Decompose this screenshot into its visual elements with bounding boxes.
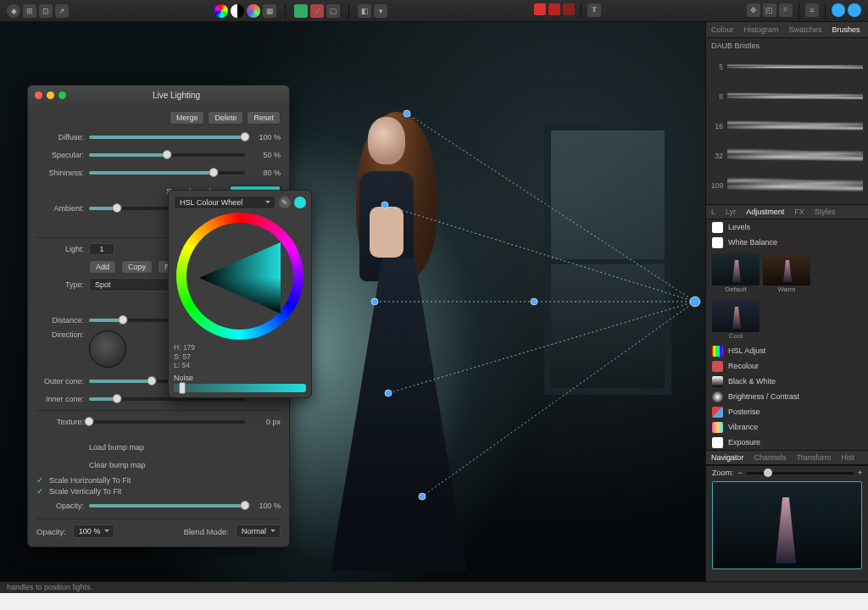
tab-layers[interactable]: Lyr: [721, 205, 741, 219]
tab-colour[interactable]: Colour: [706, 22, 739, 37]
adjustment-recolour[interactable]: Recolour: [706, 358, 868, 374]
brush-item[interactable]: 5: [711, 53, 863, 81]
swatch-red3-icon[interactable]: [563, 3, 575, 15]
zoom-label: Zoom:: [712, 469, 734, 477]
opacity-slider[interactable]: [89, 504, 245, 507]
wb-preset-default[interactable]: [712, 253, 760, 286]
line-tool-icon[interactable]: ⟋: [310, 4, 324, 18]
view-mode-icon[interactable]: ▾: [374, 4, 387, 18]
canvas-area[interactable]: Live Lighting Merge Delete Reset Diffuse…: [0, 22, 705, 581]
brush-category[interactable]: DAUB Bristles: [711, 42, 863, 50]
specular-slider[interactable]: [89, 153, 245, 157]
wb-preset-warm[interactable]: [763, 253, 810, 286]
type-label: Type:: [36, 280, 84, 289]
tab-channels[interactable]: Channels: [749, 451, 792, 464]
layer-tool-icon[interactable]: ▢: [326, 4, 340, 18]
adjustment-bw[interactable]: Black & White: [706, 374, 868, 389]
footer-opacity-select[interactable]: 100 %: [73, 524, 115, 538]
crop-icon[interactable]: ⌗: [779, 3, 793, 17]
tab-styles[interactable]: Styles: [810, 205, 841, 219]
noise-slider[interactable]: [174, 384, 306, 392]
blend-mode-select[interactable]: Normal: [236, 524, 281, 538]
merge-button[interactable]: Merge: [170, 111, 205, 125]
contrast-icon[interactable]: [231, 4, 244, 18]
adjustment-white-balance[interactable]: White Balance: [706, 235, 868, 250]
opacity-value: 100 %: [250, 502, 281, 510]
tab-histogram[interactable]: Histogram: [739, 22, 784, 37]
diffuse-slider[interactable]: [89, 136, 245, 139]
swatch-red-icon[interactable]: [534, 3, 546, 15]
brush-item[interactable]: 16: [711, 112, 863, 141]
texture-slider[interactable]: [89, 420, 245, 424]
logo-icon[interactable]: ◆: [7, 4, 20, 18]
zoom-out-icon[interactable]: −: [738, 469, 743, 477]
picker-mode-select[interactable]: HSL Colour Wheel: [174, 196, 275, 209]
shininess-label: Shininess:: [36, 169, 84, 177]
colour-wheel[interactable]: [176, 213, 303, 340]
brush-item[interactable]: 8: [711, 82, 863, 111]
brush-item[interactable]: 109: [711, 171, 863, 200]
adjustment-brightness[interactable]: Brightness / Contrast: [706, 389, 868, 404]
shininess-slider[interactable]: [89, 171, 245, 175]
delete-button[interactable]: Delete: [208, 111, 243, 125]
tab-adjustment[interactable]: Adjustment: [741, 205, 789, 219]
fill-color-icon[interactable]: ◧: [358, 4, 371, 18]
clear-bump-button[interactable]: Clear bump map: [89, 461, 146, 469]
eyedropper-icon[interactable]: ✎: [279, 197, 291, 208]
ambient-label: Ambient:: [36, 204, 84, 213]
tab-l[interactable]: L: [706, 205, 721, 219]
swatch-red2-icon[interactable]: [548, 3, 560, 15]
rect-tool-icon[interactable]: [294, 4, 308, 18]
align-icon[interactable]: ≡: [805, 3, 819, 17]
add-button[interactable]: Add: [89, 260, 116, 274]
tab-hist[interactable]: Hist: [836, 451, 860, 464]
adjustment-exposure[interactable]: Exposure: [706, 435, 868, 450]
view-b-icon[interactable]: ⊡: [39, 4, 53, 18]
hue-icon[interactable]: [247, 4, 260, 18]
move-icon[interactable]: ✥: [747, 3, 760, 17]
text-tool-icon[interactable]: 𝐓: [587, 3, 601, 17]
zoom-icon[interactable]: [58, 92, 66, 99]
adjustment-hsl[interactable]: HSL Adjust: [706, 343, 868, 358]
close-icon[interactable]: [35, 92, 42, 99]
cloud-icon[interactable]: [832, 3, 845, 17]
tab-transform[interactable]: Transform: [792, 451, 837, 464]
light-number[interactable]: [89, 243, 114, 255]
tab-brushes[interactable]: Brushes: [827, 22, 865, 37]
specular-label: Specular:: [36, 151, 84, 159]
scale-h-checkbox[interactable]: Scale Horizontally To Fit: [36, 475, 281, 485]
view-a-icon[interactable]: ⊞: [23, 4, 36, 18]
direction-dial[interactable]: [89, 330, 126, 368]
current-colour-swatch[interactable]: [294, 197, 306, 208]
reset-button[interactable]: Reset: [247, 111, 281, 125]
tab-swatches[interactable]: Swatches: [784, 22, 827, 37]
tab-fx[interactable]: FX: [789, 205, 810, 219]
inner-cone-label: Inner cone:: [36, 395, 84, 403]
brush-item[interactable]: 32: [711, 141, 863, 170]
wb-preset-cool[interactable]: [712, 300, 760, 332]
colour-picker-popover[interactable]: HSL Colour Wheel ✎ H: 179 S: 57 L: 54 No…: [168, 190, 312, 398]
load-bump-button[interactable]: Load bump map: [89, 443, 144, 452]
adjustment-vibrance[interactable]: Vibrance: [706, 419, 868, 435]
color-wheel-icon[interactable]: [214, 4, 228, 18]
right-sidebar: Colour Histogram Swatches Brushes DAUB B…: [705, 22, 868, 581]
copy-button[interactable]: Copy: [121, 260, 153, 274]
navigator-thumb[interactable]: [712, 481, 862, 569]
zoom-slider[interactable]: [747, 472, 854, 474]
minimize-icon[interactable]: [47, 92, 54, 99]
window-controls[interactable]: [35, 92, 66, 99]
diffuse-label: Diffuse:: [36, 133, 84, 141]
select-icon[interactable]: ◰: [763, 3, 776, 17]
colour-triangle[interactable]: [199, 242, 281, 313]
zoom-in-icon[interactable]: +: [858, 469, 862, 477]
navigator-panel: Zoom: − +: [706, 465, 868, 572]
share-icon[interactable]: ↗: [55, 4, 69, 18]
tab-navigator[interactable]: Navigator: [706, 451, 749, 464]
specular-value: 50 %: [250, 151, 281, 159]
panel-titlebar[interactable]: Live Lighting: [28, 86, 289, 104]
gradient-icon[interactable]: ▦: [263, 4, 276, 18]
adjustment-posterise[interactable]: Posterise: [706, 404, 868, 419]
web-icon[interactable]: [848, 3, 861, 17]
scale-v-checkbox[interactable]: Scale Vertically To Fit: [36, 486, 281, 496]
adjustment-levels[interactable]: Levels: [706, 219, 868, 235]
